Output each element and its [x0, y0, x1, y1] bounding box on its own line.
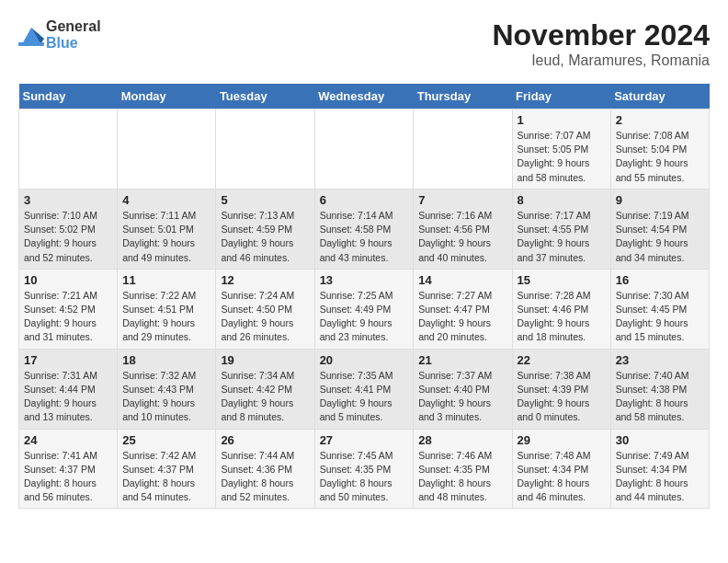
- logo: General Blue: [18, 18, 101, 52]
- day-number: 3: [24, 193, 112, 207]
- title-block: November 2024 Ieud, Maramures, Romania: [492, 18, 710, 69]
- day-info: Sunrise: 7:25 AM Sunset: 4:49 PM Dayligh…: [320, 289, 409, 345]
- calendar-body: 1Sunrise: 7:07 AM Sunset: 5:05 PM Daylig…: [19, 109, 710, 509]
- svg-rect-2: [18, 42, 44, 46]
- calendar-cell: 12Sunrise: 7:24 AM Sunset: 4:50 PM Dayli…: [216, 269, 314, 349]
- day-info: Sunrise: 7:27 AM Sunset: 4:47 PM Dayligh…: [418, 289, 506, 345]
- day-info: Sunrise: 7:08 AM Sunset: 5:04 PM Dayligh…: [616, 129, 704, 185]
- calendar-cell: 13Sunrise: 7:25 AM Sunset: 4:49 PM Dayli…: [314, 269, 414, 349]
- page-header: General Blue November 2024 Ieud, Maramur…: [18, 18, 710, 69]
- calendar-cell: 5Sunrise: 7:13 AM Sunset: 4:59 PM Daylig…: [216, 189, 314, 269]
- calendar-cell: 29Sunrise: 7:48 AM Sunset: 4:34 PM Dayli…: [512, 429, 610, 509]
- day-info: Sunrise: 7:11 AM Sunset: 5:01 PM Dayligh…: [122, 209, 210, 265]
- day-info: Sunrise: 7:40 AM Sunset: 4:38 PM Dayligh…: [616, 369, 704, 425]
- calendar-cell: 21Sunrise: 7:37 AM Sunset: 4:40 PM Dayli…: [414, 349, 512, 429]
- day-info: Sunrise: 7:32 AM Sunset: 4:43 PM Dayligh…: [122, 369, 210, 425]
- day-number: 4: [122, 193, 210, 207]
- weekday-header: Sunday: [19, 84, 118, 109]
- day-info: Sunrise: 7:41 AM Sunset: 4:37 PM Dayligh…: [24, 449, 112, 505]
- day-number: 26: [221, 433, 309, 447]
- weekday-header: Monday: [118, 84, 216, 109]
- day-number: 17: [24, 353, 112, 367]
- logo-general: General: [46, 18, 101, 34]
- calendar-cell: 24Sunrise: 7:41 AM Sunset: 4:37 PM Dayli…: [19, 429, 118, 509]
- calendar-week: 10Sunrise: 7:21 AM Sunset: 4:52 PM Dayli…: [19, 269, 710, 349]
- day-info: Sunrise: 7:17 AM Sunset: 4:55 PM Dayligh…: [518, 209, 606, 265]
- day-info: Sunrise: 7:35 AM Sunset: 4:41 PM Dayligh…: [320, 369, 409, 425]
- day-number: 25: [122, 433, 210, 447]
- day-info: Sunrise: 7:07 AM Sunset: 5:05 PM Dayligh…: [518, 129, 606, 185]
- day-number: 29: [518, 433, 606, 447]
- day-number: 13: [320, 273, 409, 287]
- day-info: Sunrise: 7:14 AM Sunset: 4:58 PM Dayligh…: [320, 209, 409, 265]
- calendar-cell: 14Sunrise: 7:27 AM Sunset: 4:47 PM Dayli…: [414, 269, 512, 349]
- weekday-header: Saturday: [610, 84, 709, 109]
- calendar-cell: [19, 109, 118, 190]
- day-info: Sunrise: 7:24 AM Sunset: 4:50 PM Dayligh…: [221, 289, 309, 345]
- day-number: 30: [616, 433, 704, 447]
- day-number: 23: [616, 353, 704, 367]
- day-number: 18: [122, 353, 210, 367]
- day-info: Sunrise: 7:37 AM Sunset: 4:40 PM Dayligh…: [418, 369, 506, 425]
- day-number: 19: [221, 353, 309, 367]
- day-info: Sunrise: 7:16 AM Sunset: 4:56 PM Dayligh…: [418, 209, 506, 265]
- calendar-cell: 11Sunrise: 7:22 AM Sunset: 4:51 PM Dayli…: [118, 269, 216, 349]
- day-info: Sunrise: 7:46 AM Sunset: 4:35 PM Dayligh…: [418, 449, 506, 505]
- day-number: 2: [616, 113, 704, 127]
- day-info: Sunrise: 7:13 AM Sunset: 4:59 PM Dayligh…: [221, 209, 309, 265]
- logo-blue: Blue: [46, 35, 78, 51]
- calendar-cell: [414, 109, 512, 190]
- day-number: 8: [518, 193, 606, 207]
- calendar-cell: 1Sunrise: 7:07 AM Sunset: 5:05 PM Daylig…: [512, 109, 610, 190]
- weekday-header: Wednesday: [314, 84, 414, 109]
- day-info: Sunrise: 7:34 AM Sunset: 4:42 PM Dayligh…: [221, 369, 309, 425]
- day-info: Sunrise: 7:30 AM Sunset: 4:45 PM Dayligh…: [616, 289, 704, 345]
- calendar-cell: [314, 109, 414, 190]
- day-info: Sunrise: 7:31 AM Sunset: 4:44 PM Dayligh…: [24, 369, 112, 425]
- day-number: 20: [320, 353, 409, 367]
- weekday-header: Tuesday: [216, 84, 314, 109]
- day-number: 5: [221, 193, 309, 207]
- calendar-cell: 25Sunrise: 7:42 AM Sunset: 4:37 PM Dayli…: [118, 429, 216, 509]
- day-number: 27: [320, 433, 409, 447]
- calendar-cell: 6Sunrise: 7:14 AM Sunset: 4:58 PM Daylig…: [314, 189, 414, 269]
- calendar-cell: 16Sunrise: 7:30 AM Sunset: 4:45 PM Dayli…: [610, 269, 709, 349]
- calendar-week: 17Sunrise: 7:31 AM Sunset: 4:44 PM Dayli…: [19, 349, 710, 429]
- calendar-cell: 26Sunrise: 7:44 AM Sunset: 4:36 PM Dayli…: [216, 429, 314, 509]
- calendar-cell: 23Sunrise: 7:40 AM Sunset: 4:38 PM Dayli…: [610, 349, 709, 429]
- day-number: 1: [518, 113, 606, 127]
- day-number: 11: [122, 273, 210, 287]
- day-info: Sunrise: 7:10 AM Sunset: 5:02 PM Dayligh…: [24, 209, 112, 265]
- day-number: 16: [616, 273, 704, 287]
- calendar-cell: [216, 109, 314, 190]
- calendar-week: 24Sunrise: 7:41 AM Sunset: 4:37 PM Dayli…: [19, 429, 710, 509]
- calendar-cell: 10Sunrise: 7:21 AM Sunset: 4:52 PM Dayli…: [19, 269, 118, 349]
- day-number: 21: [418, 353, 506, 367]
- weekday-header: Thursday: [414, 84, 512, 109]
- weekday-header: Friday: [512, 84, 610, 109]
- calendar-cell: 27Sunrise: 7:45 AM Sunset: 4:35 PM Dayli…: [314, 429, 414, 509]
- calendar-cell: 30Sunrise: 7:49 AM Sunset: 4:34 PM Dayli…: [610, 429, 709, 509]
- calendar-cell: 15Sunrise: 7:28 AM Sunset: 4:46 PM Dayli…: [512, 269, 610, 349]
- day-info: Sunrise: 7:45 AM Sunset: 4:35 PM Dayligh…: [320, 449, 409, 505]
- day-number: 6: [320, 193, 409, 207]
- day-number: 7: [418, 193, 506, 207]
- day-info: Sunrise: 7:22 AM Sunset: 4:51 PM Dayligh…: [122, 289, 210, 345]
- calendar-cell: 8Sunrise: 7:17 AM Sunset: 4:55 PM Daylig…: [512, 189, 610, 269]
- calendar-header: SundayMondayTuesdayWednesdayThursdayFrid…: [19, 84, 710, 109]
- day-number: 9: [616, 193, 704, 207]
- calendar-week: 3Sunrise: 7:10 AM Sunset: 5:02 PM Daylig…: [19, 189, 710, 269]
- calendar-cell: 28Sunrise: 7:46 AM Sunset: 4:35 PM Dayli…: [414, 429, 512, 509]
- day-info: Sunrise: 7:44 AM Sunset: 4:36 PM Dayligh…: [221, 449, 309, 505]
- calendar-cell: 3Sunrise: 7:10 AM Sunset: 5:02 PM Daylig…: [19, 189, 118, 269]
- day-info: Sunrise: 7:48 AM Sunset: 4:34 PM Dayligh…: [518, 449, 606, 505]
- month-title: November 2024: [492, 18, 710, 52]
- calendar-cell: 20Sunrise: 7:35 AM Sunset: 4:41 PM Dayli…: [314, 349, 414, 429]
- calendar-cell: 7Sunrise: 7:16 AM Sunset: 4:56 PM Daylig…: [414, 189, 512, 269]
- calendar-cell: 18Sunrise: 7:32 AM Sunset: 4:43 PM Dayli…: [118, 349, 216, 429]
- location-title: Ieud, Maramures, Romania: [492, 52, 710, 69]
- day-number: 28: [418, 433, 506, 447]
- logo-icon: [18, 22, 44, 48]
- calendar-week: 1Sunrise: 7:07 AM Sunset: 5:05 PM Daylig…: [19, 109, 710, 190]
- day-number: 14: [418, 273, 506, 287]
